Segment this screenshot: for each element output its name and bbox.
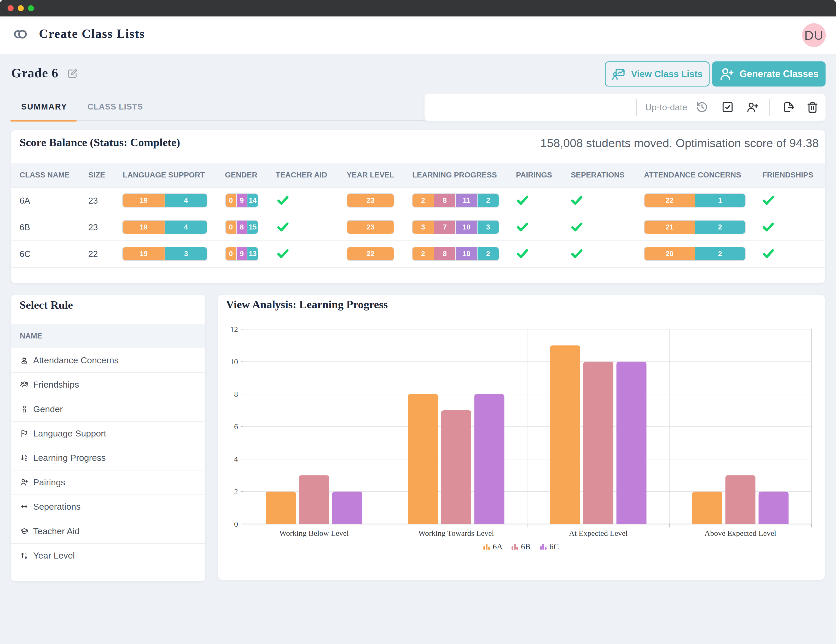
svg-text:0: 0 bbox=[234, 520, 238, 528]
svg-text:6A: 6A bbox=[493, 542, 503, 551]
svg-text:4: 4 bbox=[234, 454, 238, 463]
svg-text:Working Towards Level: Working Towards Level bbox=[418, 529, 494, 537]
svg-text:Working Below Level: Working Below Level bbox=[279, 529, 349, 537]
svg-text:6: 6 bbox=[234, 422, 238, 431]
svg-text:At Expected Level: At Expected Level bbox=[569, 529, 628, 537]
svg-text:Above Expected Level: Above Expected Level bbox=[705, 529, 776, 537]
svg-text:8: 8 bbox=[234, 390, 238, 398]
svg-text:6B: 6B bbox=[521, 542, 530, 551]
svg-text:6C: 6C bbox=[549, 542, 559, 551]
svg-text:1: 1 bbox=[25, 552, 27, 556]
svg-text:2: 2 bbox=[234, 487, 238, 496]
svg-text:10: 10 bbox=[230, 357, 238, 366]
svg-text:Z: Z bbox=[25, 458, 27, 462]
svg-text:9: 9 bbox=[25, 556, 27, 560]
svg-text:12: 12 bbox=[230, 325, 238, 333]
svg-text:A: A bbox=[24, 454, 27, 458]
